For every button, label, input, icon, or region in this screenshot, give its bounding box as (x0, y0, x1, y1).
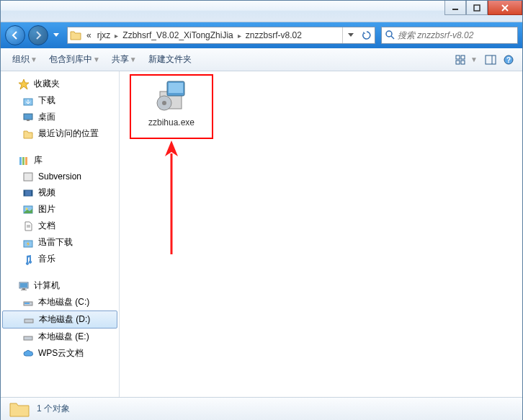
close-button[interactable] (488, 1, 522, 15)
libraries-group: 库 Subversion 视频 图片 文档 (1, 152, 119, 267)
chevron-down-icon: ▼ (93, 55, 100, 63)
search-box[interactable] (381, 27, 518, 44)
chevron-down-icon: ▼ (30, 55, 37, 63)
sidebar-item-subversion[interactable]: Subversion (1, 169, 119, 184)
libraries-label: 库 (34, 154, 43, 166)
folder-large-icon (8, 399, 31, 419)
library-icon (18, 155, 30, 166)
sidebar-item-drive-c[interactable]: 本地磁盘 (C:) (1, 294, 119, 310)
dropdown-button[interactable] (343, 27, 359, 43)
chevron-down-icon: ▼ (130, 55, 137, 63)
file-name-label: zzbihua.exe (140, 117, 203, 129)
title-bar (1, 1, 522, 22)
back-button[interactable] (5, 25, 25, 45)
tree-label: WPS云文档 (38, 347, 84, 359)
tree-label: 本地磁盘 (E:) (38, 331, 89, 343)
music-icon (22, 254, 34, 265)
computer-label: 计算机 (34, 280, 60, 292)
document-icon (22, 220, 34, 232)
sidebar-item-pictures[interactable]: 图片 (1, 201, 119, 218)
svg-line-5 (391, 36, 394, 39)
tree-label: Subversion (38, 171, 81, 182)
breadcrumb-ellipsis[interactable]: « (84, 27, 94, 43)
favorites-root[interactable]: 收藏夹 (1, 76, 119, 92)
svg-text:?: ? (506, 56, 511, 64)
libraries-root[interactable]: 库 (1, 152, 119, 169)
new-folder-button[interactable]: 新建文件夹 (143, 50, 197, 68)
disk-icon (22, 297, 34, 308)
recent-places-icon (22, 128, 34, 140)
exe-installer-icon (154, 79, 189, 113)
minimize-button[interactable] (444, 1, 466, 15)
tree-label: 最近访问的位置 (38, 128, 99, 140)
svg-rect-10 (486, 55, 496, 64)
svg-rect-17 (19, 157, 22, 165)
favorites-label: 收藏夹 (34, 78, 60, 90)
tree-label: 文档 (38, 220, 55, 232)
breadcrumb-item[interactable]: znzzbsrf-v8.02 (243, 27, 305, 43)
picture-icon (22, 204, 34, 215)
preview-pane-button[interactable] (482, 52, 499, 68)
sidebar-item-videos[interactable]: 视频 (1, 184, 119, 201)
svg-rect-7 (461, 55, 465, 59)
file-list-pane[interactable]: zzbihua.exe (120, 71, 522, 397)
svg-rect-39 (169, 83, 183, 93)
svg-rect-1 (474, 5, 480, 11)
thunder-download-icon (22, 237, 34, 249)
navigation-pane: 收藏夹 下载 桌面 最近访问的位置 (1, 71, 120, 397)
svg-rect-8 (456, 61, 460, 64)
forward-button[interactable] (28, 25, 48, 45)
nav-history-dropdown[interactable] (51, 33, 61, 37)
content-area: 收藏夹 下载 桌面 最近访问的位置 (1, 71, 522, 397)
svg-point-4 (386, 31, 392, 37)
share-label: 共享 (112, 53, 129, 66)
address-bar-buttons (342, 27, 375, 43)
file-item[interactable]: zzbihua.exe (140, 79, 203, 129)
svg-rect-36 (24, 336, 32, 340)
computer-icon (18, 280, 30, 292)
breadcrumb-item[interactable]: rjxz (94, 27, 114, 43)
video-icon (22, 187, 34, 199)
sidebar-item-documents[interactable]: 文档 (1, 218, 119, 234)
sidebar-item-desktop[interactable]: 桌面 (1, 109, 119, 125)
svg-rect-20 (24, 173, 32, 181)
sidebar-item-recent[interactable]: 最近访问的位置 (1, 125, 119, 142)
view-options-button[interactable]: ▼ (452, 52, 480, 68)
search-icon (385, 30, 395, 42)
tree-label: 图片 (38, 203, 55, 215)
tree-label: 桌面 (38, 111, 55, 123)
computer-root[interactable]: 计算机 (1, 277, 119, 294)
tree-label: 音乐 (38, 253, 55, 265)
window-controls (444, 1, 522, 15)
organize-menu[interactable]: 组织 ▼ (6, 50, 43, 68)
maximize-button[interactable] (466, 1, 488, 15)
address-bar[interactable]: « rjxz ▸ Zzbhsrf_V8.02_XiTongZhiJia ▸ zn… (67, 27, 375, 44)
sidebar-item-wps-cloud[interactable]: WPS云文档 (1, 345, 119, 362)
svg-rect-23 (31, 190, 32, 196)
download-folder-icon (22, 95, 34, 107)
breadcrumb-item[interactable]: Zzbhsrf_V8.02_XiTongZhiJia (120, 27, 236, 43)
refresh-button[interactable] (359, 27, 375, 43)
search-input[interactable] (398, 30, 514, 40)
svg-rect-16 (27, 120, 30, 121)
disk-icon (22, 331, 34, 343)
tree-label: 本地磁盘 (D:) (39, 313, 90, 326)
svg-rect-18 (22, 157, 24, 165)
chevron-right-icon[interactable]: ▸ (113, 32, 120, 40)
sidebar-item-drive-d[interactable]: 本地磁盘 (D:) (2, 310, 117, 329)
sidebar-item-music[interactable]: 音乐 (1, 251, 119, 267)
favorites-group: 收藏夹 下载 桌面 最近访问的位置 (1, 76, 119, 142)
nav-bar: « rjxz ▸ Zzbhsrf_V8.02_XiTongZhiJia ▸ zn… (1, 22, 522, 48)
computer-group: 计算机 本地磁盘 (C:) 本地磁盘 (D:) 本地磁盘 (E:) WPS云文档 (1, 277, 119, 362)
explorer-window: « rjxz ▸ Zzbhsrf_V8.02_XiTongZhiJia ▸ zn… (0, 0, 523, 420)
share-menu[interactable]: 共享 ▼ (106, 50, 143, 68)
subversion-icon (22, 171, 34, 182)
help-button[interactable]: ? (501, 52, 517, 68)
include-in-library-menu[interactable]: 包含到库中 ▼ (43, 50, 106, 68)
sidebar-item-drive-e[interactable]: 本地磁盘 (E:) (1, 329, 119, 345)
sidebar-item-thunder[interactable]: 迅雷下载 (1, 234, 119, 251)
svg-rect-19 (25, 157, 27, 165)
sidebar-item-downloads[interactable]: 下载 (1, 92, 119, 109)
chevron-right-icon[interactable]: ▸ (236, 32, 243, 40)
organize-label: 组织 (12, 53, 30, 66)
